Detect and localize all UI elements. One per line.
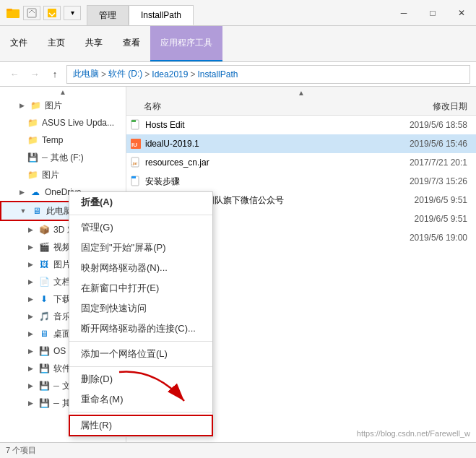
ctx-delete[interactable]: 删除(D) [69,369,212,389]
file-date: 2019/7/3 15:26 [372,176,473,186]
ribbon-tab-home[interactable]: 主页 [38,26,75,61]
quick-access-btn2[interactable] [43,6,61,20]
tab-manage[interactable]: 管理 [87,5,129,25]
file-row[interactable]: .jar resources_cn.jar 2017/7/21 20:1 [126,153,476,172]
file-date: 2017/7/21 20:1 [372,157,473,168]
file-row[interactable]: Hosts Edit 2019/5/6 18:58 [126,116,476,134]
address-bar: ← → ↑ 此电脑 > 软件 (D:) > Idea2019 > Install… [0,62,476,87]
up-button[interactable]: ↑ [46,66,64,83]
ribbon-tab-apptool[interactable]: 应用程序工具 [150,26,222,61]
folder-icon: 📁 [29,99,42,112]
ctx-sep3 [69,366,212,367]
ctx-map-drive[interactable]: 映射网络驱动器(N)... [69,258,212,278]
sidebar-item-pics[interactable]: 📁 图片 [0,166,126,183]
scroll-top-arrow[interactable]: ▲ [298,89,305,97]
expand-arrow[interactable]: ▶ [17,188,26,196]
file-icon: IU [129,137,142,150]
docs-icon: 📄 [38,275,51,288]
ctx-manage[interactable]: 管理(G) [69,217,212,238]
file-date: 2019/5/6 19:00 [372,233,473,243]
ribbon-tab-view[interactable]: 查看 [113,26,150,61]
file-row[interactable]: 安装步骤 2019/7/3 15:26 [126,172,476,191]
minimize-button[interactable]: ─ [389,0,418,26]
drive-f-icon: 💾 [38,397,51,410]
ctx-rename[interactable]: 重命名(M) [69,389,212,410]
breadcrumb-sep1: > [101,69,106,79]
file-list-header: 名称 修改日期 [126,98,476,116]
ctx-open-new-window[interactable]: 在新窗口中打开(E) [69,278,212,298]
ribbon-tab-file[interactable]: 文件 [0,26,38,61]
ctx-pin-quick[interactable]: 固定到快速访问 [69,298,212,319]
expand-arrow[interactable]: ▶ [26,329,35,338]
sidebar-label: Temp [42,135,63,145]
close-button[interactable]: ✕ [447,0,476,26]
status-text: 7 个项目 [6,445,36,456]
title-tabs: 管理 InstallPath [87,0,194,25]
expand-arrow[interactable]: ▶ [17,101,26,110]
status-bar: 7 个项目 [0,442,476,458]
expand-arrow[interactable]: ▼ [19,207,27,215]
forward-button[interactable]: → [26,66,43,83]
expand-arrow[interactable]: ▶ [26,277,35,286]
ctx-properties[interactable]: 属性(R) [69,415,213,436]
ctx-collapse[interactable]: 折叠(A) [69,192,212,212]
svg-text:IU: IU [131,142,137,148]
file-date: 2019/5/6 18:58 [372,120,473,130]
breadcrumb-pc[interactable]: 此电脑 [73,68,99,80]
file-date: 2019/6/5 9:51 [372,195,473,205]
breadcrumb-d[interactable]: 软件 (D:) [108,68,142,80]
file-name: 安装步骤 [145,176,372,188]
pics-icon: 🖼 [38,258,51,271]
maximize-button[interactable]: □ [418,0,447,26]
file-name: resources_cn.jar [145,157,372,168]
expand-arrow[interactable]: ▶ [26,260,35,269]
sidebar-item-f-top[interactable]: 💾 ─ 其他 (F:) [0,149,126,166]
svg-rect-5 [131,120,136,122]
drive-d-icon: 💾 [38,362,51,375]
sidebar-item-pictures-top[interactable]: ▶ 📁 图片 [0,97,126,114]
file-row[interactable]: IU idealU-2019.1 2019/5/6 15:46 [126,134,476,153]
sidebar-item-temp[interactable]: 📁 Temp [0,131,126,149]
file-date: 2019/5/6 15:46 [372,139,473,149]
window-controls: ─ □ ✕ [389,0,476,25]
folder-icon: 📁 [26,134,39,147]
ctx-disconnect[interactable]: 断开网络驱动器的连接(C)... [69,319,212,339]
sidebar-label: ASUS Live Upda... [42,118,114,128]
ribbon-tab-share[interactable]: 共享 [75,26,113,61]
svg-text:.jar: .jar [131,161,137,165]
sidebar-label: 图片 [42,169,59,181]
col-date-header: 修改日期 [372,100,473,113]
breadcrumb-idea[interactable]: Idea2019 [152,69,188,79]
svg-rect-11 [131,176,136,178]
expand-arrow[interactable]: ▶ [26,295,35,303]
file-icon [129,175,142,188]
drive-icon: 💾 [26,151,39,164]
tab-installpath[interactable]: InstallPath [129,5,194,25]
expand-arrow[interactable]: ▶ [26,312,35,321]
expand-arrow[interactable]: ▶ [26,243,35,251]
quick-access-btn1[interactable] [23,6,40,20]
ribbon: 文件 主页 共享 查看 应用程序工具 [0,26,476,62]
expand-arrow[interactable]: ▶ [26,364,35,373]
expand-arrow[interactable]: ▶ [26,399,35,407]
breadcrumb[interactable]: 此电脑 > 软件 (D:) > Idea2019 > InstallPath [66,65,470,84]
expand-arrow[interactable]: ▶ [26,347,35,355]
expand-arrow[interactable]: ▶ [26,225,35,234]
folder-3d-icon: 📦 [38,223,51,236]
breadcrumb-sep3: > [190,69,195,79]
drive-c-icon: 💾 [38,345,51,358]
quick-access-btn3[interactable]: ▾ [64,6,81,20]
expand-arrow[interactable]: ▶ [26,381,35,390]
ctx-add-network[interactable]: 添加一个网络位置(L) [69,344,212,364]
drive-e-icon: 💾 [38,379,51,392]
title-bar-left: ▾ [0,0,87,25]
scroll-up-arrow[interactable]: ▲ [0,87,126,97]
breadcrumb-installpath[interactable]: InstallPath [197,69,238,79]
svg-rect-1 [7,9,12,11]
file-icon [129,118,142,131]
col-name-header: 名称 [129,100,372,113]
ctx-pin-start[interactable]: 固定到"开始"屏幕(P) [69,238,212,258]
ctx-sep [69,215,212,215]
back-button[interactable]: ← [6,66,23,83]
sidebar-item-asus[interactable]: 📁 ASUS Live Upda... [0,114,126,131]
